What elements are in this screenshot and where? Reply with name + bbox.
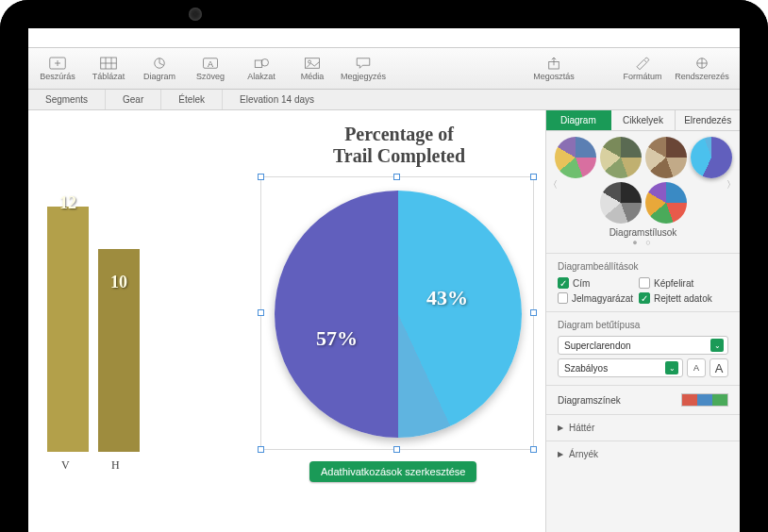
bar-value-v: 12 (47, 193, 89, 213)
format-label: Formátum (623, 72, 661, 81)
text-label: Szöveg (196, 72, 225, 81)
style-page-dots[interactable]: ● ○ (550, 238, 736, 247)
chart-style-4[interactable] (691, 137, 732, 178)
insert-button[interactable]: Beszúrás (32, 50, 83, 88)
dropdown-icon: ⌄ (710, 339, 724, 352)
dropdown-icon: ⌄ (665, 361, 678, 374)
resize-handle[interactable] (530, 174, 537, 180)
table-button[interactable]: Táblázat (83, 50, 134, 88)
tab-elevation[interactable]: Elevation 14 days (223, 90, 740, 109)
format-button[interactable]: Formátum (617, 50, 668, 88)
pie-title[interactable]: Percentage of Trail Completed (291, 124, 508, 167)
resize-handle[interactable] (258, 174, 264, 180)
inspector-tab-elrendezes[interactable]: Elrendezés (676, 110, 740, 130)
share-button[interactable]: Megosztás (528, 50, 579, 88)
chart-style-6[interactable] (645, 182, 687, 224)
svg-point-13 (309, 60, 311, 63)
inspector-tab-diagram[interactable]: Diagram (546, 110, 611, 130)
resize-handle[interactable] (530, 446, 537, 453)
arrange-button[interactable]: Rendszerezés (668, 50, 736, 88)
inspector-tab-cikkelyek[interactable]: Cikkelyek (611, 110, 676, 130)
insert-label: Beszúrás (40, 72, 75, 81)
bar-cat-v: V (61, 458, 70, 473)
tab-segments[interactable]: Segments (28, 90, 106, 109)
share-label: Megosztás (533, 72, 575, 81)
style-prev-icon[interactable]: 〈 (548, 178, 559, 190)
pie-chart[interactable]: 43% 57% (260, 176, 534, 450)
bar-chart: 12 10 V H (28, 159, 179, 490)
chart-style-5[interactable] (600, 182, 642, 224)
media-button[interactable]: Média (287, 50, 338, 88)
arrange-label: Rendszerezés (675, 72, 729, 81)
chart-colors-button[interactable] (681, 393, 728, 407)
font-smaller-button[interactable]: A (687, 358, 706, 377)
sheet-tabs: Segments Gear Ételek Elevation 14 days (28, 90, 740, 110)
font-larger-button[interactable]: A (710, 358, 728, 377)
chart-style-3[interactable] (645, 137, 687, 178)
chart-style-2[interactable] (600, 137, 642, 178)
diagram-label: Diagram (143, 72, 175, 81)
pie-label-57: 57% (316, 326, 358, 351)
media-label: Média (301, 72, 325, 81)
colors-label: Diagramszínek (558, 395, 621, 406)
font-style-select[interactable]: Szabályos⌄ (558, 358, 683, 377)
pie-label-43: 43% (426, 286, 468, 310)
tab-etelek[interactable]: Ételek (161, 90, 223, 109)
main-toolbar: Beszúrás Táblázat Diagram A Szöveg Alakz… (28, 48, 740, 90)
bar-cat-h: H (111, 458, 120, 473)
resize-handle[interactable] (258, 446, 264, 453)
font-header: Diagram betűtípusa (558, 320, 728, 330)
table-label: Táblázat (92, 72, 125, 81)
checkbox-hidden-data[interactable]: ✓Rejtett adatok (639, 292, 714, 304)
resize-handle[interactable] (393, 446, 400, 453)
comment-button[interactable]: Megjegyzés (338, 50, 389, 88)
resize-handle[interactable] (258, 309, 264, 316)
inspector-panel: Diagram Cikkelyek Elrendezés 〈 〉 Diagram… (546, 110, 740, 532)
svg-rect-10 (255, 60, 262, 68)
style-next-icon[interactable]: 〉 (726, 178, 738, 190)
svg-text:A: A (208, 58, 213, 68)
tab-gear[interactable]: Gear (106, 90, 161, 109)
chart-style-1[interactable] (555, 137, 596, 178)
edit-data-references-button[interactable]: Adathivatkozások szerkesztése (309, 461, 476, 482)
checkbox-legend[interactable]: Jelmagyarázat (558, 292, 633, 304)
settings-header: Diagrambeállítások (558, 261, 728, 272)
resize-handle[interactable] (530, 309, 537, 316)
accordion-shadow[interactable]: ▶Árnyék (558, 449, 728, 459)
comment-label: Megjegyzés (341, 72, 386, 81)
checkbox-title[interactable]: ✓Cím (558, 277, 633, 289)
shape-label: Alakzat (247, 72, 275, 81)
text-button[interactable]: A Szöveg (185, 50, 236, 88)
checkbox-caption[interactable]: Képfelirat (639, 277, 714, 289)
resize-handle[interactable] (393, 174, 400, 180)
styles-caption: Diagramstílusok (550, 227, 736, 238)
bar-value-h: 10 (98, 273, 140, 292)
shape-button[interactable]: Alakzat (236, 50, 287, 88)
font-family-select[interactable]: Superclarendon⌄ (558, 336, 728, 355)
accordion-background[interactable]: ▶Háttér (558, 423, 728, 433)
canvas[interactable]: 12 10 V H Percentage of Trail Completed … (28, 110, 546, 532)
diagram-button[interactable]: Diagram (134, 50, 185, 88)
